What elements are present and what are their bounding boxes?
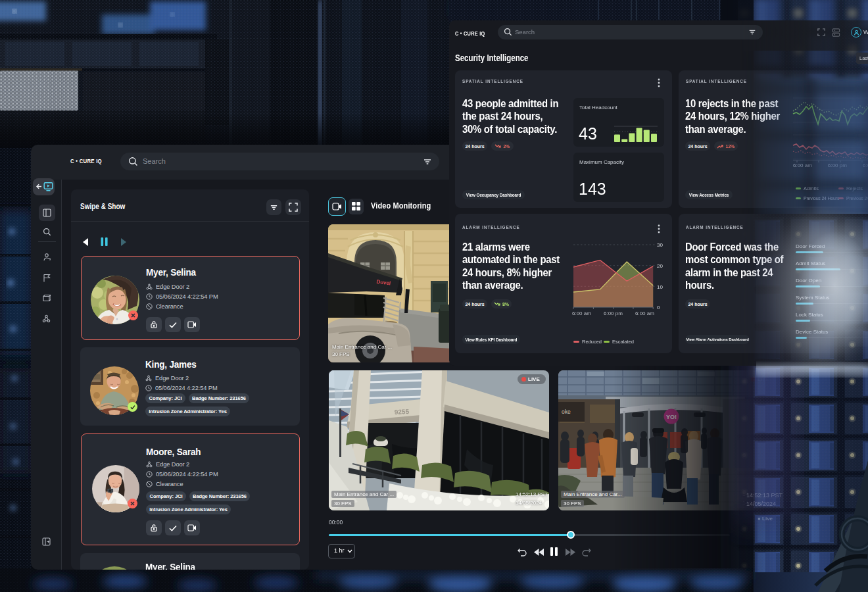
svg-text:oke: oke xyxy=(562,408,571,415)
svg-text:30: 30 xyxy=(657,242,663,248)
svg-text:6:00 am: 6:00 am xyxy=(572,310,591,316)
svg-text:10: 10 xyxy=(657,284,663,290)
svg-text:6:00 pm: 6:00 pm xyxy=(604,310,623,316)
svg-text:6:00 am: 6:00 am xyxy=(793,162,812,168)
svg-text:6:00 am: 6:00 am xyxy=(863,162,868,168)
svg-text:20: 20 xyxy=(657,263,663,269)
svg-text:YO!: YO! xyxy=(666,414,677,420)
svg-text:6:00 am: 6:00 am xyxy=(635,310,654,316)
svg-text:0: 0 xyxy=(657,305,660,310)
svg-text:9255: 9255 xyxy=(395,408,410,416)
svg-text:6:00 pm: 6:00 pm xyxy=(828,162,847,168)
